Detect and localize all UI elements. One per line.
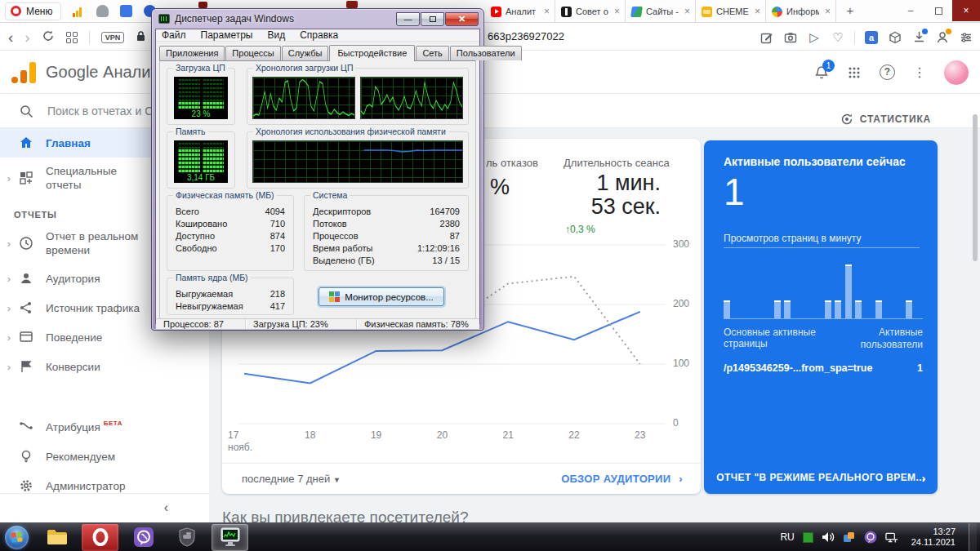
tm-minimize-button[interactable]: — bbox=[396, 12, 420, 26]
language-indicator[interactable]: RU bbox=[780, 531, 794, 543]
tm-tab-Сеть[interactable]: Сеть bbox=[416, 46, 448, 60]
browser-menu-button[interactable]: Меню bbox=[5, 2, 61, 20]
expand-chevron-icon[interactable]: › bbox=[0, 172, 18, 184]
tm-tab-Приложения[interactable]: Приложения bbox=[159, 46, 225, 60]
browser-tab-4[interactable]: CHEMEL× bbox=[696, 0, 766, 23]
taskbar-wot-button[interactable] bbox=[168, 524, 205, 551]
system-row: Выделено (ГБ)13 / 15 bbox=[310, 255, 463, 267]
sidebar-item-9[interactable]: АтрибуцияБЕТА bbox=[0, 412, 209, 442]
address-bar-url[interactable]: 663p236927022 bbox=[488, 30, 564, 42]
tm-menu-Файл[interactable]: Файл bbox=[162, 29, 186, 41]
browser-tab-2[interactable]: Совет о× bbox=[555, 0, 626, 23]
expand-chevron-icon[interactable]: › bbox=[0, 361, 18, 373]
kernel-memory-row-label: Выгружаемая bbox=[176, 288, 233, 300]
audience-overview-link[interactable]: ОБЗОР АУДИТОРИИ › bbox=[561, 473, 683, 485]
sidebar-item-label: Администратор bbox=[46, 479, 125, 493]
show-desktop-button[interactable] bbox=[969, 523, 977, 551]
browser-close-button[interactable]: × bbox=[952, 0, 980, 21]
taskbar-explorer-button[interactable] bbox=[38, 524, 75, 551]
tray-green-icon[interactable] bbox=[803, 532, 813, 543]
bookmark-heart-icon[interactable]: ♡ bbox=[831, 30, 845, 45]
back-button[interactable]: ‹ bbox=[8, 29, 13, 45]
tab-close-icon[interactable]: × bbox=[612, 6, 621, 17]
task-manager-window[interactable]: Диспетчер задач Windows — ✕ ФайлПараметр… bbox=[151, 8, 484, 331]
speed-dial-icon[interactable] bbox=[66, 32, 78, 43]
vpn-badge[interactable]: VPN bbox=[101, 32, 125, 43]
tab-close-icon[interactable]: × bbox=[753, 6, 762, 17]
analytics-searchbar[interactable]: Поиск в отчетах и Спра bbox=[0, 95, 980, 128]
browser-maximize-button[interactable] bbox=[924, 0, 952, 21]
blue-app-pinned-tab-icon[interactable] bbox=[120, 5, 132, 17]
cpu-history-groupbox: Хронология загрузки ЦП bbox=[247, 68, 469, 125]
analytics-pinned-tab-icon[interactable] bbox=[73, 5, 85, 17]
expand-chevron-icon[interactable]: › bbox=[0, 302, 18, 314]
expand-chevron-icon[interactable]: › bbox=[0, 273, 18, 285]
kebab-menu-icon[interactable]: ⋮ bbox=[913, 64, 926, 80]
taskbar-taskmgr-button[interactable] bbox=[212, 524, 248, 551]
tm-tab-Службы[interactable]: Службы bbox=[282, 46, 329, 60]
tm-close-button[interactable]: ✕ bbox=[445, 12, 479, 26]
tm-tab-Процессы[interactable]: Процессы bbox=[225, 46, 280, 60]
date-range-dropdown[interactable]: последние 7 дней ▼ bbox=[242, 473, 341, 485]
taskbar-viber-button[interactable] bbox=[125, 524, 162, 551]
extension-icon[interactable]: a bbox=[864, 30, 879, 45]
share-icon[interactable]: ▷ bbox=[807, 30, 822, 45]
realtime-report-link[interactable]: ОТЧЕТ "В РЕЖИМЕ РЕАЛЬНОГО ВРЕМ... › bbox=[704, 461, 938, 494]
tm-tab-Быстродействие[interactable]: Быстродействие bbox=[329, 45, 415, 61]
network-icon[interactable] bbox=[885, 531, 898, 544]
browser-tab-5[interactable]: Информ× bbox=[766, 0, 836, 23]
browser-minimize-button[interactable]: – bbox=[897, 0, 924, 21]
snapshot-camera-icon[interactable] bbox=[783, 30, 798, 45]
active-page-row[interactable]: /p1495346259-...from_spa=true1 bbox=[724, 362, 923, 374]
active-users-value: 1 bbox=[724, 170, 745, 214]
sidebar-box-icon[interactable] bbox=[888, 30, 902, 45]
taskbar-opera-button[interactable] bbox=[82, 524, 118, 551]
downloads-icon[interactable] bbox=[911, 30, 926, 45]
task-manager-title: Диспетчер задач Windows bbox=[175, 13, 294, 24]
apps-grid-icon[interactable] bbox=[847, 65, 862, 80]
forward-button[interactable]: › bbox=[24, 29, 29, 45]
attribution-icon bbox=[18, 419, 34, 435]
maximize-icon bbox=[935, 7, 942, 15]
avatar[interactable] bbox=[944, 60, 969, 85]
settings-sliders-icon[interactable] bbox=[959, 30, 973, 45]
tray-viber-icon[interactable] bbox=[864, 531, 877, 544]
tm-menu-Параметры[interactable]: Параметры bbox=[201, 29, 253, 41]
browser-tab-1[interactable]: Аналит× bbox=[485, 0, 555, 23]
kernel-memory-row-label: Невыгружаемая bbox=[176, 300, 243, 313]
sidebar-collapse-button[interactable]: ‹ bbox=[164, 500, 168, 515]
resource-monitor-button[interactable]: Монитор ресурсов... bbox=[318, 287, 444, 306]
notifications-bell-icon[interactable]: 1 bbox=[814, 65, 829, 80]
stats-button[interactable]: СТАТИСТИКА bbox=[840, 113, 931, 126]
task-manager-titlebar[interactable]: Диспетчер задач Windows — ✕ bbox=[155, 9, 480, 29]
tab-close-icon[interactable]: × bbox=[542, 6, 551, 17]
tab-close-icon[interactable]: × bbox=[683, 6, 692, 17]
red-pinned-tab-icon-2[interactable] bbox=[346, 1, 358, 8]
tm-menu-Справка[interactable]: Справка bbox=[300, 29, 338, 41]
start-button[interactable] bbox=[5, 526, 29, 549]
browser-tab-3[interactable]: Сайты -× bbox=[626, 0, 696, 23]
expand-chevron-icon[interactable]: › bbox=[0, 238, 18, 250]
tm-menu-Вид[interactable]: Вид bbox=[267, 29, 285, 41]
shield-pinned-tab-icon[interactable] bbox=[96, 5, 109, 17]
page-scrollbar[interactable] bbox=[973, 114, 978, 261]
expand-chevron-icon[interactable]: › bbox=[0, 331, 18, 344]
clock[interactable]: 13:27 24.11.2021 bbox=[906, 527, 960, 548]
tm-tab-Пользователи[interactable]: Пользователи bbox=[450, 46, 522, 60]
new-tab-button[interactable]: + bbox=[841, 2, 859, 20]
sidebar-item-10[interactable]: Рекомендуем bbox=[0, 442, 209, 471]
volume-icon[interactable] bbox=[822, 531, 835, 544]
y-axis-tick: 100 bbox=[673, 358, 702, 369]
tm-maximize-button[interactable] bbox=[421, 12, 444, 26]
tab-close-icon[interactable]: × bbox=[823, 6, 832, 17]
search-input[interactable]: Поиск в отчетах и Спра bbox=[47, 104, 152, 118]
reload-button[interactable] bbox=[42, 29, 55, 46]
chevron-right-icon: › bbox=[922, 471, 926, 485]
red-pinned-tab-icon[interactable] bbox=[198, 2, 207, 8]
sidebar-item-8[interactable]: ›Конверсии bbox=[0, 352, 209, 381]
profile-icon[interactable] bbox=[935, 30, 950, 45]
edit-page-icon[interactable] bbox=[760, 30, 774, 45]
physical-memory-row-value: 874 bbox=[270, 230, 285, 242]
help-icon[interactable]: ? bbox=[880, 64, 895, 80]
tray-app-icon[interactable] bbox=[843, 531, 856, 544]
